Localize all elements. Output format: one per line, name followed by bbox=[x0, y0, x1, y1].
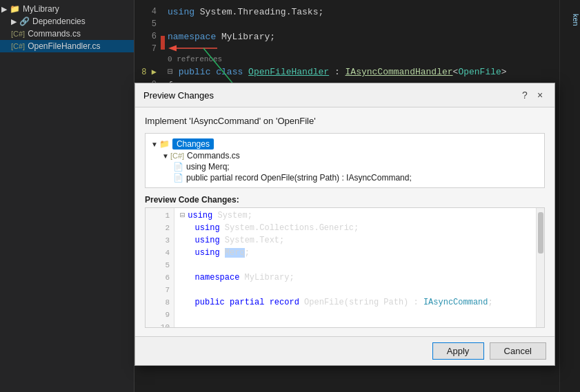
line-num-9: 9 bbox=[165, 309, 170, 321]
dialog-body: Implement 'IAsyncCommand' on 'OpenFile' … bbox=[135, 107, 554, 336]
dialog-subtitle: Implement 'IAsyncCommand' on 'OpenFile' bbox=[145, 116, 545, 126]
folder-icon: 📁 bbox=[159, 139, 170, 149]
scroll-thumb[interactable] bbox=[538, 212, 543, 254]
pcode-5 bbox=[180, 259, 530, 271]
apply-button[interactable]: Apply bbox=[432, 342, 484, 360]
line-num-3: 3 bbox=[165, 234, 170, 247]
line-num-5: 5 bbox=[165, 259, 170, 271]
dialog-footer: Apply Cancel bbox=[135, 336, 554, 365]
line-num-4: 4 bbox=[165, 247, 170, 259]
cancel-button[interactable]: Cancel bbox=[490, 342, 546, 360]
collapse-icon: ⊟ bbox=[180, 211, 185, 220]
tree-item-openfile[interactable]: 📄 public partial record OpenFile(string … bbox=[150, 172, 540, 183]
dialog-overlay: Preview Changes ? × Implement 'IAsyncCom… bbox=[0, 0, 580, 392]
code-preview: 1 2 3 4 5 6 7 8 9 10 ⊟using System; bbox=[145, 207, 545, 328]
line-num-2: 2 bbox=[165, 222, 170, 234]
pcode-10 bbox=[180, 321, 530, 327]
line-num-1: 1 bbox=[165, 209, 170, 222]
line-num-10: 10 bbox=[161, 321, 170, 328]
dialog-titlebar: Preview Changes ? × bbox=[135, 83, 554, 107]
preview-code-area: ⊟using System; using System.Collections.… bbox=[174, 208, 536, 327]
changes-label: Changes bbox=[172, 138, 214, 149]
titlebar-buttons: ? × bbox=[519, 89, 546, 101]
line-num-7: 7 bbox=[165, 284, 170, 296]
chevron-icon: ▼ bbox=[151, 141, 158, 148]
doc-icon: 📄 bbox=[173, 173, 183, 183]
help-button[interactable]: ? bbox=[519, 89, 531, 101]
pcode-6: namespace MyLibrary; bbox=[180, 271, 530, 284]
pcode-7 bbox=[180, 284, 530, 296]
preview-status-bar: ◀ ▶ Ln: 10 Ch: 1 bbox=[146, 327, 544, 328]
tree-item-root[interactable]: ▼ 📁 Changes bbox=[150, 138, 540, 150]
preview-label: Preview Code Changes: bbox=[145, 195, 545, 205]
close-button[interactable]: × bbox=[534, 89, 546, 101]
tree-item-cs[interactable]: ▼ [C#] Commands.cs bbox=[150, 150, 540, 161]
openfile-item: public partial record OpenFile(string Pa… bbox=[186, 173, 412, 183]
cs-filename: Commands.cs bbox=[187, 151, 240, 161]
pcode-4: using Merq; bbox=[180, 247, 530, 259]
changes-tree: ▼ 📁 Changes ▼ [C#] Commands.cs 📄 using M… bbox=[145, 133, 545, 188]
pcode-1: ⊟using System; bbox=[180, 209, 530, 222]
chevron-icon: ▼ bbox=[162, 152, 169, 160]
doc-icon: 📄 bbox=[173, 162, 183, 172]
line-num-8: 8 bbox=[165, 296, 170, 309]
dialog-title: Preview Changes bbox=[143, 90, 214, 101]
pcode-2: using System.Collections.Generic; bbox=[180, 222, 530, 234]
preview-gutter: 1 2 3 4 5 6 7 8 9 10 bbox=[146, 208, 174, 327]
merq-item: using Merq; bbox=[186, 162, 230, 172]
line-num-6: 6 bbox=[165, 271, 170, 284]
cs-file-icon: [C#] bbox=[170, 152, 184, 160]
pcode-9 bbox=[180, 309, 530, 321]
pcode-8: public partial record OpenFile(string Pa… bbox=[180, 296, 530, 309]
preview-changes-dialog: Preview Changes ? × Implement 'IAsyncCom… bbox=[134, 83, 555, 366]
vertical-scrollbar[interactable] bbox=[536, 208, 544, 327]
pcode-3: using System.Text; bbox=[180, 234, 530, 247]
tree-item-merq[interactable]: 📄 using Merq; bbox=[150, 161, 540, 172]
